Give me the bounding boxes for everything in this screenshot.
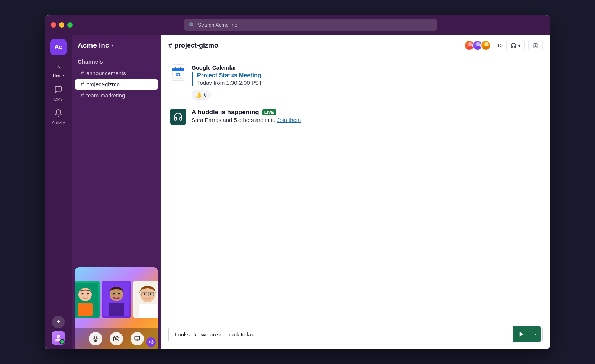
reaction-count: 6 (204, 92, 207, 98)
dms-label: DMs (54, 97, 63, 102)
svg-marker-37 (520, 332, 524, 337)
user-avatar[interactable] (52, 331, 65, 345)
svg-rect-13 (139, 304, 157, 317)
svg-rect-33 (172, 70, 184, 71)
svg-point-14 (144, 293, 146, 295)
face-emoji-3 (134, 281, 158, 317)
send-button[interactable] (513, 326, 530, 342)
huddle-title-text: A huddle is happening (192, 109, 259, 116)
huddle-header-button[interactable]: ▾ (506, 40, 525, 51)
svg-point-0 (57, 334, 60, 338)
gcal-avatar: 31 (170, 64, 186, 81)
channel-title-hash: # (168, 42, 172, 49)
channel-header: # project-gizmo (161, 35, 550, 57)
message-input[interactable] (169, 326, 513, 343)
channel-hash-icon-3: # (81, 92, 84, 99)
svg-rect-8 (109, 303, 124, 316)
workspace-avatar[interactable]: Ac (50, 39, 67, 55)
huddle-body-text: Sara Parras and 5 others are in it. (192, 117, 275, 123)
workspace-name: Acme Inc (78, 41, 109, 49)
sidebar-item-dms[interactable]: DMs (47, 83, 70, 104)
search-bar[interactable]: 🔍 Search Acme Inc (184, 19, 437, 31)
cal-event-time: Today from 1:30-2:00 PST (197, 80, 262, 86)
sidebar-item-project-gizmo[interactable]: # project-gizmo (75, 79, 158, 90)
huddle-controls (75, 328, 158, 349)
close-button[interactable] (51, 22, 56, 28)
huddle-title: A huddle is happening LIVE (192, 109, 541, 116)
gcal-message-body: Google Calendar Project Status Meeting T… (192, 64, 541, 100)
huddle-face-3 (133, 281, 158, 318)
add-button[interactable]: + (52, 316, 65, 328)
face-emoji-2 (102, 281, 131, 318)
home-label: Home (53, 74, 64, 78)
workspace-header[interactable]: Acme Inc ▾ (72, 35, 161, 54)
activity-label: Activity (52, 120, 65, 125)
channel-name-team-marketing: team-marketing (86, 92, 125, 99)
send-dropdown-button[interactable] (530, 326, 541, 342)
svg-point-12 (140, 287, 155, 302)
main-content: # project-gizmo (161, 35, 550, 349)
svg-point-27 (485, 42, 489, 47)
svg-point-5 (87, 293, 89, 294)
message-huddle: A huddle is happening LIVE Sara Parras a… (170, 109, 541, 125)
huddle-message-avatar (170, 109, 186, 125)
member-avatar-3 (480, 40, 491, 51)
icon-sidebar: Ac ⌂ Home DMs (45, 35, 72, 349)
svg-rect-35 (175, 67, 176, 69)
main-layout: Ac ⌂ Home DMs (45, 35, 550, 349)
sidebar-item-announcements[interactable]: # announcements (75, 68, 158, 78)
channel-header-right: 15 ▾ (464, 40, 543, 51)
huddle-video-button[interactable] (110, 332, 123, 345)
gcal-sender: Google Calendar (192, 64, 541, 71)
channel-hash-icon: # (81, 70, 84, 77)
huddle-btn-chevron: ▾ (518, 42, 521, 48)
workspace-chevron-icon: ▾ (111, 43, 113, 48)
svg-point-25 (468, 42, 473, 47)
cal-card: Project Status Meeting Today from 1:30-2… (192, 72, 541, 86)
sidebar-item-home[interactable]: ⌂ Home (47, 60, 70, 81)
add-bookmark-button[interactable] (528, 40, 543, 51)
face-emoji-1 (75, 281, 100, 318)
dms-icon (54, 86, 62, 96)
sidebar-item-team-marketing[interactable]: # team-marketing (75, 90, 158, 101)
search-placeholder-text: Search Acme Inc (198, 22, 237, 28)
channel-name-project-gizmo: project-gizmo (86, 81, 120, 87)
huddle-panel: +3 (75, 267, 158, 349)
sidebar-item-activity[interactable]: Activity (47, 106, 70, 128)
message-gcal: 31 Google Calendar Project Status Meetin… (170, 64, 541, 100)
reaction-emoji: 🔔 (196, 92, 202, 98)
send-button-group (513, 326, 542, 342)
huddle-face-1 (75, 281, 100, 318)
huddle-mic-button[interactable] (89, 332, 102, 345)
svg-point-9 (113, 293, 115, 294)
title-bar: 🔍 Search Acme Inc (45, 15, 550, 35)
channel-title-name: project-gizmo (174, 42, 218, 49)
minimize-button[interactable] (59, 22, 64, 28)
live-badge: LIVE (262, 109, 276, 115)
svg-rect-3 (78, 303, 93, 316)
activity-icon (54, 109, 62, 119)
huddle-msg-content: Sara Parras and 5 others are in it. Join… (192, 116, 541, 125)
maximize-button[interactable] (67, 22, 73, 28)
reaction-pill[interactable]: 🔔 6 (192, 90, 211, 100)
user-face-icon (52, 331, 65, 345)
channel-sidebar: Acme Inc ▾ Channels # announcements # pr… (72, 35, 161, 349)
search-icon: 🔍 (189, 22, 195, 28)
channel-title: # project-gizmo (168, 42, 218, 49)
member-avatars[interactable] (464, 40, 491, 51)
app-window: 🔍 Search Acme Inc Ac ⌂ Home DMs (45, 15, 550, 349)
channel-name-announcements: announcements (86, 70, 126, 76)
svg-line-21 (114, 336, 119, 341)
cal-event-title[interactable]: Project Status Meeting (197, 72, 541, 79)
svg-point-10 (118, 293, 120, 294)
huddle-extra-count: +3 (146, 337, 156, 347)
huddle-screen-button[interactable] (131, 332, 144, 345)
svg-point-4 (82, 293, 84, 294)
member-count[interactable]: 15 (497, 42, 503, 48)
svg-rect-22 (135, 336, 139, 340)
message-input-wrapper (168, 326, 543, 343)
channels-section-label: Channels (72, 54, 161, 68)
join-huddle-link[interactable]: Join them (277, 117, 301, 123)
huddle-face-2 (102, 281, 131, 318)
window-controls (51, 22, 73, 28)
